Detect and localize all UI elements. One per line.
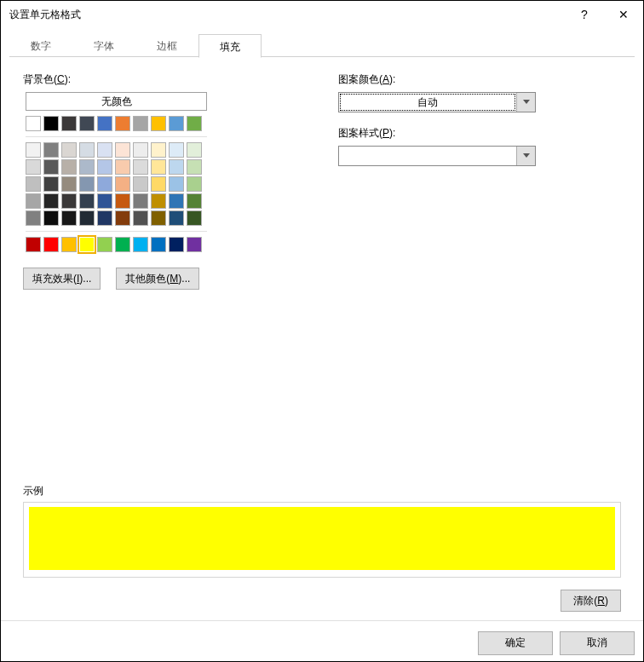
close-button[interactable]: ✕	[604, 1, 643, 28]
color-swatch[interactable]	[133, 210, 148, 226]
color-swatch[interactable]	[187, 116, 202, 131]
tab-0[interactable]: 数字	[9, 33, 72, 57]
color-swatch[interactable]	[61, 210, 77, 226]
color-swatch[interactable]	[79, 193, 95, 209]
color-swatch[interactable]	[115, 237, 130, 252]
color-swatch[interactable]	[97, 116, 112, 131]
color-swatch[interactable]	[43, 159, 59, 175]
color-swatch[interactable]	[97, 176, 112, 192]
color-swatch[interactable]	[26, 159, 41, 175]
chevron-down-icon	[523, 153, 530, 158]
color-palette-standard	[26, 237, 236, 252]
fill-effects-button[interactable]: 填充效果(I)...	[23, 268, 101, 290]
color-swatch[interactable]	[133, 176, 148, 192]
color-swatch[interactable]	[79, 142, 95, 158]
color-swatch[interactable]	[169, 193, 184, 209]
pattern-style-combo[interactable]	[338, 146, 536, 166]
pattern-color-dropdown-button[interactable]	[516, 93, 535, 112]
no-color-button[interactable]: 无颜色	[26, 92, 207, 111]
color-swatch[interactable]	[169, 210, 184, 226]
sample-label: 示例	[23, 484, 621, 498]
tab-1[interactable]: 字体	[72, 33, 135, 57]
color-swatch[interactable]	[79, 159, 95, 175]
color-swatch[interactable]	[151, 193, 166, 209]
color-swatch[interactable]	[133, 142, 148, 158]
color-swatch[interactable]	[169, 237, 184, 252]
pattern-color-combo[interactable]: 自动	[338, 92, 536, 112]
color-swatch[interactable]	[43, 142, 59, 158]
color-swatch[interactable]	[61, 176, 77, 192]
color-swatch[interactable]	[115, 116, 130, 131]
color-swatch[interactable]	[169, 116, 184, 131]
color-swatch[interactable]	[115, 142, 130, 158]
color-swatch[interactable]	[43, 237, 59, 252]
help-button[interactable]: ?	[565, 1, 604, 28]
tab-3[interactable]: 填充	[198, 34, 262, 58]
color-swatch[interactable]	[187, 210, 202, 226]
color-palette-theme	[26, 142, 236, 226]
color-swatch[interactable]	[115, 193, 130, 209]
color-swatch[interactable]	[187, 159, 202, 175]
color-swatch[interactable]	[43, 210, 59, 226]
color-swatch[interactable]	[133, 237, 148, 252]
color-swatch[interactable]	[97, 142, 112, 158]
color-swatch[interactable]	[97, 159, 112, 175]
color-swatch[interactable]	[133, 159, 148, 175]
tab-2[interactable]: 边框	[135, 33, 198, 57]
color-swatch[interactable]	[97, 237, 112, 252]
color-swatch[interactable]	[151, 159, 166, 175]
color-swatch[interactable]	[151, 176, 166, 192]
color-swatch[interactable]	[26, 193, 41, 209]
color-swatch[interactable]	[26, 142, 41, 158]
color-swatch[interactable]	[169, 176, 184, 192]
tab-bar: 数字字体边框填充	[9, 33, 635, 57]
color-swatch[interactable]	[26, 210, 41, 226]
color-swatch[interactable]	[79, 210, 95, 226]
color-swatch[interactable]	[97, 193, 112, 209]
color-swatch[interactable]	[26, 237, 41, 252]
pattern-style-label: 图案样式(P):	[338, 126, 621, 141]
background-color-label: 背景色(C):	[23, 72, 236, 87]
color-swatch[interactable]	[115, 176, 130, 192]
color-swatch[interactable]	[61, 159, 77, 175]
sample-frame	[23, 502, 621, 578]
color-palette-main	[26, 116, 236, 131]
pattern-color-value: 自动	[340, 94, 515, 111]
pattern-style-dropdown-button[interactable]	[516, 147, 535, 165]
color-swatch[interactable]	[151, 237, 166, 252]
color-swatch[interactable]	[133, 116, 148, 131]
cancel-button[interactable]: 取消	[560, 631, 635, 655]
color-swatch[interactable]	[43, 176, 59, 192]
clear-button[interactable]: 清除(R)	[561, 590, 621, 612]
color-swatch[interactable]	[151, 210, 166, 226]
color-swatch[interactable]	[43, 193, 59, 209]
color-swatch[interactable]	[187, 237, 202, 252]
palette-separator	[26, 231, 207, 232]
color-swatch[interactable]	[151, 116, 166, 131]
color-swatch[interactable]	[115, 159, 130, 175]
color-swatch[interactable]	[97, 210, 112, 226]
sample-preview	[29, 507, 615, 570]
chevron-down-icon	[523, 100, 530, 105]
color-swatch[interactable]	[187, 176, 202, 192]
window-title: 设置单元格格式	[9, 8, 565, 22]
color-swatch[interactable]	[61, 142, 77, 158]
color-swatch[interactable]	[26, 176, 41, 192]
color-swatch[interactable]	[169, 159, 184, 175]
color-swatch[interactable]	[151, 142, 166, 158]
color-swatch[interactable]	[133, 193, 148, 209]
color-swatch[interactable]	[79, 176, 95, 192]
color-swatch[interactable]	[26, 116, 41, 131]
color-swatch[interactable]	[79, 237, 95, 252]
color-swatch[interactable]	[61, 193, 77, 209]
color-swatch[interactable]	[169, 142, 184, 158]
color-swatch[interactable]	[61, 237, 77, 252]
color-swatch[interactable]	[187, 142, 202, 158]
ok-button[interactable]: 确定	[478, 631, 553, 655]
more-colors-button[interactable]: 其他颜色(M)...	[116, 268, 199, 290]
color-swatch[interactable]	[43, 116, 59, 131]
color-swatch[interactable]	[61, 116, 77, 131]
color-swatch[interactable]	[187, 193, 202, 209]
color-swatch[interactable]	[115, 210, 130, 226]
color-swatch[interactable]	[79, 116, 95, 131]
